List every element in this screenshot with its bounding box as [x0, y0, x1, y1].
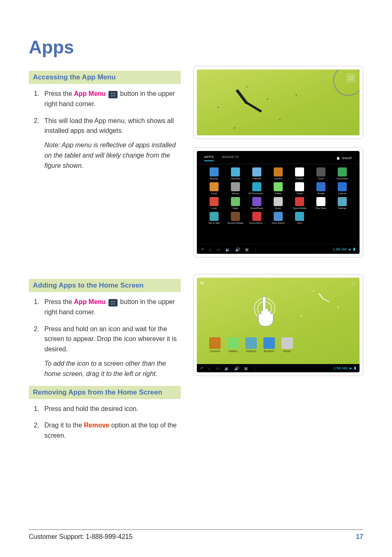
app-item[interactable]: Email [204, 182, 224, 195]
accessing-note: Note: App menu is reflective of apps ins… [44, 140, 181, 171]
app-label: Gmail [297, 192, 302, 195]
app-item[interactable]: MoviePlayer [247, 197, 267, 209]
app-item[interactable]: Clock [311, 167, 331, 180]
shop-link[interactable]: SHOP [336, 156, 352, 160]
app-item[interactable]: Gmail [290, 182, 309, 195]
app-item[interactable]: Gallery [268, 182, 288, 195]
app-icon [338, 197, 347, 206]
text: This will load the App menu, which shows… [44, 117, 174, 135]
home-icon[interactable]: ⌂ [208, 366, 211, 371]
section-header-accessing: Accessing the App Menu [29, 71, 181, 84]
app-item[interactable]: Chrome [290, 167, 309, 180]
app-icon [295, 167, 304, 176]
app-icon [295, 182, 304, 191]
tab-apps[interactable]: APPS [204, 155, 214, 161]
app-item[interactable]: Zinio [290, 212, 309, 224]
text: Press and hold on an icon and wait for t… [44, 325, 177, 353]
app-label: Opera Mobile [293, 207, 306, 209]
recents-icon[interactable]: ▭ [216, 366, 219, 371]
touch-gesture-icon [242, 286, 287, 331]
app-item[interactable]: Sev-In Mail [204, 212, 224, 224]
svg-point-25 [352, 283, 353, 283]
app-icon [210, 212, 219, 221]
app-menu-label: App Menu [74, 298, 106, 305]
app-label: Zinio [297, 222, 302, 224]
section-header-adding: Adding Apps to the Home Screen [29, 279, 181, 292]
app-item[interactable]: Play Store [311, 197, 331, 209]
app-item[interactable]: Slovoed Reader [226, 212, 245, 224]
accessing-step-2: This will load the App menu, which shows… [41, 116, 181, 171]
app-label: Calendar [252, 177, 261, 180]
app-label: Calculator [231, 177, 241, 180]
app-grid: BrowserCalculatorCalendarCameraChromeClo… [197, 164, 360, 227]
app-icon [338, 167, 347, 176]
app-icon [316, 197, 325, 206]
page-title: Apps [29, 37, 363, 58]
app-icon [209, 337, 221, 349]
dock-item[interactable]: Music [281, 337, 293, 353]
dock-item[interactable]: Settings [245, 337, 257, 353]
volume-up-icon[interactable]: 🔊 [235, 247, 240, 252]
more-icon[interactable]: ⋮ [253, 366, 257, 371]
recents-icon[interactable]: ▭ [217, 247, 220, 252]
app-item[interactable]: Music [268, 197, 288, 209]
text: Press the [44, 90, 74, 97]
svg-point-20 [111, 304, 112, 304]
nav-bar: ↶ ⌂ ▭ 🔉 🔊 ▣ ⋮ 1:58 AM [197, 244, 360, 254]
app-icon [210, 182, 219, 191]
app-icon [231, 197, 240, 206]
volume-down-icon[interactable]: 🔉 [225, 247, 230, 252]
app-label: Browser [264, 350, 274, 353]
app-item[interactable]: Downloads [332, 167, 352, 180]
volume-down-icon[interactable]: 🔉 [224, 366, 229, 371]
app-item[interactable]: Voice Search [268, 212, 288, 224]
clock-widget [217, 74, 275, 131]
text: Drag it to the [44, 422, 84, 429]
app-label: Chrome [295, 177, 304, 180]
home-icon[interactable]: ⌂ [209, 247, 212, 252]
app-menu-button[interactable] [346, 74, 355, 83]
screenshot-icon[interactable]: ▣ [245, 247, 249, 252]
app-label: Music [275, 207, 281, 209]
app-label: Camera [210, 350, 220, 353]
screenshot-home-callout [193, 66, 363, 139]
app-item[interactable]: Browser [204, 167, 224, 180]
app-label: Gallery [274, 192, 281, 195]
app-item[interactable]: Google [311, 182, 331, 195]
app-label: Camera [274, 177, 282, 180]
removing-step-1: Press and hold the desired icon. [41, 404, 181, 414]
tab-widgets[interactable]: WIDGETS [222, 155, 239, 161]
search-icon[interactable] [200, 279, 204, 287]
back-icon[interactable]: ↶ [201, 247, 204, 252]
svg-rect-15 [353, 248, 355, 251]
back-icon[interactable]: ↶ [200, 366, 203, 371]
app-item[interactable]: Camera [268, 167, 288, 180]
svg-point-12 [349, 79, 350, 80]
screenshot-icon[interactable]: ▣ [244, 366, 248, 371]
app-item[interactable]: Local [204, 197, 224, 209]
app-item[interactable]: ES File Explor… [247, 182, 267, 195]
app-item[interactable]: Maps [226, 197, 245, 209]
svg-point-4 [113, 95, 113, 96]
app-item[interactable]: Settings [332, 197, 352, 209]
app-item[interactable]: Calendar [247, 167, 267, 180]
svg-point-23 [201, 282, 203, 284]
dock-item[interactable]: Gallery [227, 337, 239, 353]
app-menu-icon [108, 91, 118, 98]
app-label: Settings [338, 207, 346, 209]
volume-up-icon[interactable]: 🔊 [234, 366, 239, 371]
dock-item[interactable]: Camera [209, 337, 221, 353]
app-item[interactable]: Latitude [332, 182, 352, 195]
app-item[interactable]: Calculator [226, 167, 245, 180]
app-icon [231, 212, 240, 221]
app-menu-icon [108, 299, 118, 306]
app-item[interactable]: eMusic [226, 182, 245, 195]
more-icon[interactable]: ⋮ [254, 247, 258, 252]
svg-point-30 [355, 285, 355, 285]
app-menu-button[interactable] [350, 281, 356, 287]
app-item[interactable]: Sound Recor… [247, 212, 267, 224]
dock-item[interactable]: Browser [263, 337, 275, 353]
app-item[interactable]: Opera Mobile [290, 197, 309, 209]
svg-point-21 [113, 304, 113, 304]
app-label: ES File Explor… [249, 192, 265, 195]
